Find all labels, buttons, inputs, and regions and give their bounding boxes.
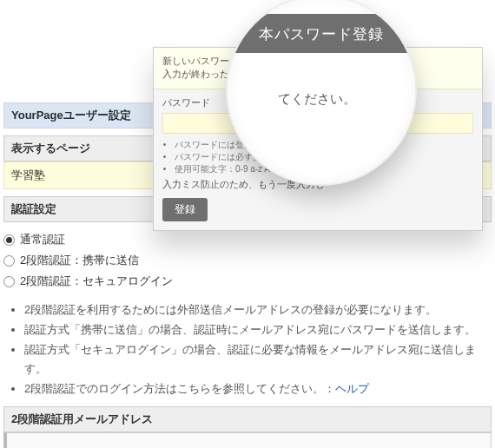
radio-icon <box>3 276 15 287</box>
auth-option-secure[interactable]: 2段階認証：セキュアログイン <box>3 271 492 292</box>
auth-option-label: 2段階認証：携帯に送信 <box>20 253 139 268</box>
auth-help-line: 2段階認証でのログイン方法はこちらを参照してください。：ヘルプ <box>24 379 492 399</box>
auth-note: 2段階認証を利用するためには外部送信メールアドレスの登録が必要になります。 <box>24 300 492 320</box>
auth-notes: 2段階認証を利用するためには外部送信メールアドレスの登録が必要になります。 認証… <box>24 300 492 399</box>
magnifier-lens: 本パスワード登録 てください。 <box>226 0 417 186</box>
auth-help-prefix: 2段階認証でのログイン方法はこちらを参照してください。： <box>24 382 335 395</box>
auth-note: 認証方式「セキュアログイン」の場合、認証に必要な情報をメールアドレス宛に送信しま… <box>24 340 492 380</box>
auth-note: 認証方式「携帯に送信」の場合、認証時にメールアドレス宛にパスワードを送信します。 <box>24 320 492 340</box>
auth-option-label: 通常認証 <box>20 232 65 247</box>
auth-option-mobile[interactable]: 2段階認証：携帯に送信 <box>3 250 492 271</box>
radio-icon <box>3 234 15 246</box>
mail-input[interactable] <box>3 432 492 448</box>
section-mail: 2段階認証用メールアドレス <box>3 406 492 432</box>
help-link[interactable]: ヘルプ <box>335 382 369 395</box>
lens-placeholder-text: てください。 <box>228 53 415 108</box>
auth-option-label: 2段階認証：セキュアログイン <box>20 273 173 289</box>
lens-title: 本パスワード登録 <box>228 14 415 53</box>
auth-option-normal[interactable]: 通常認証 <box>3 229 492 250</box>
register-button[interactable]: 登録 <box>162 198 208 221</box>
auth-radio-group: 通常認証 2段階認証：携帯に送信 2段階認証：セキュアログイン <box>3 229 492 292</box>
radio-icon <box>3 255 15 267</box>
